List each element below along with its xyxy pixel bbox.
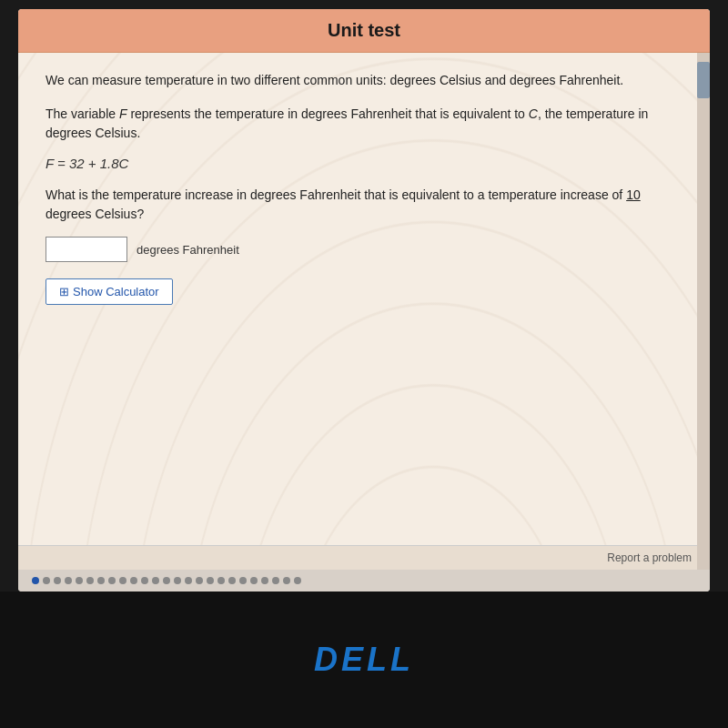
page-header: Unit test: [18, 9, 710, 53]
report-problem-link[interactable]: Report a problem: [607, 551, 692, 564]
progress-dot-11[interactable]: [152, 577, 159, 584]
progress-dot-23[interactable]: [283, 577, 290, 584]
progress-dot-22[interactable]: [272, 577, 279, 584]
main-content: We can measure temperature in two differ…: [18, 53, 710, 323]
screen: Unit test We can measure temperature in …: [18, 9, 710, 592]
answer-unit-label: degrees Fahrenheit: [136, 243, 239, 257]
bottom-bar: Report a problem: [18, 545, 710, 570]
progress-dot-8[interactable]: [119, 577, 126, 584]
progress-dot-18[interactable]: [228, 577, 236, 584]
progress-dot-1[interactable]: [43, 577, 50, 584]
page-title: Unit test: [328, 20, 400, 40]
question-text: What is the temperature increase in degr…: [46, 186, 682, 224]
progress-dot-17[interactable]: [217, 577, 225, 584]
calculator-icon: ⊞: [59, 285, 69, 298]
progress-dot-21[interactable]: [261, 577, 268, 584]
calculator-button-label: Show Calculator: [73, 285, 159, 298]
variable-description: The variable F represents the temperatur…: [46, 105, 682, 143]
progress-dot-16[interactable]: [207, 577, 214, 584]
progress-dot-5[interactable]: [86, 577, 94, 584]
progress-dot-6[interactable]: [97, 577, 105, 584]
progress-dot-0[interactable]: [32, 577, 39, 584]
progress-dot-14[interactable]: [185, 577, 192, 584]
dell-logo: DELL: [314, 641, 414, 679]
variable-C: C: [529, 106, 538, 121]
answer-input[interactable]: [46, 237, 127, 262]
formula-display: F = 32 + 1.8C: [46, 156, 682, 171]
progress-dot-7[interactable]: [108, 577, 116, 584]
question-number: 10: [626, 187, 641, 202]
progress-dot-13[interactable]: [174, 577, 181, 584]
progress-dot-24[interactable]: [294, 577, 301, 584]
progress-dot-19[interactable]: [239, 577, 247, 584]
progress-dots-bar: [18, 570, 710, 592]
progress-dot-12[interactable]: [163, 577, 170, 584]
progress-dot-10[interactable]: [141, 577, 148, 584]
show-calculator-button[interactable]: ⊞ Show Calculator: [46, 278, 173, 305]
progress-dot-4[interactable]: [76, 577, 83, 584]
intro-text: We can measure temperature in two differ…: [46, 71, 682, 90]
progress-dot-20[interactable]: [250, 577, 258, 584]
progress-dot-9[interactable]: [130, 577, 137, 584]
variable-F: F: [119, 106, 127, 121]
progress-dot-3[interactable]: [65, 577, 72, 584]
dell-monitor-area: DELL: [0, 592, 728, 728]
answer-row: degrees Fahrenheit: [46, 237, 682, 262]
progress-dot-15[interactable]: [196, 577, 203, 584]
progress-dot-2[interactable]: [54, 577, 61, 584]
content-area: We can measure temperature in two differ…: [18, 53, 710, 570]
